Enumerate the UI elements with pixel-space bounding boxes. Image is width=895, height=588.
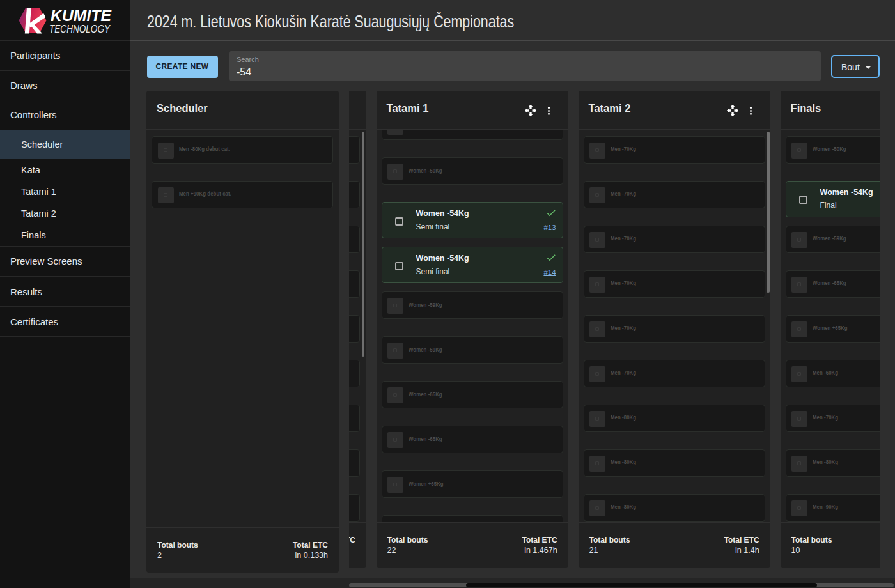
svg-text:KUMITE: KUMITE — [51, 6, 112, 25]
svg-text:TECHNOLOGY: TECHNOLOGY — [49, 23, 111, 35]
